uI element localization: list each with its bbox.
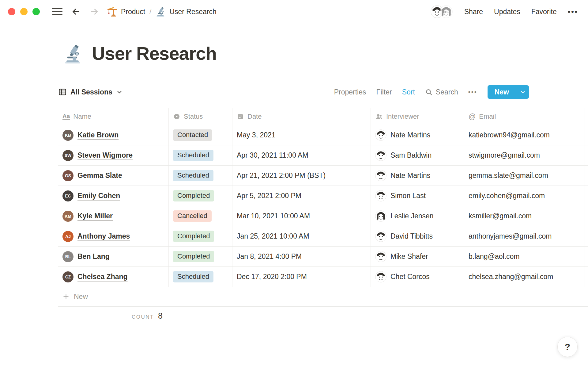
page-icon-microscope[interactable] <box>63 44 83 64</box>
back-button[interactable] <box>71 7 81 17</box>
email-cell[interactable]: anthonyjames@gmail.com <box>464 226 585 246</box>
status-badge[interactable]: Completed <box>173 251 214 262</box>
interviewer-cell[interactable]: Nate Martins <box>371 125 464 145</box>
interviewer-name: Nate Martins <box>390 131 430 139</box>
status-cell[interactable]: Scheduled <box>169 166 232 186</box>
new-row-button[interactable]: New <box>58 287 588 307</box>
status-badge[interactable]: Cancelled <box>173 210 212 222</box>
interviewer-cell[interactable]: Chet Corcos <box>371 267 464 287</box>
date-cell[interactable]: Jan 8, 2021 4:00 PM <box>232 247 371 266</box>
filter-button[interactable]: Filter <box>376 88 392 96</box>
table-footer-count[interactable]: COUNT 8 <box>58 311 169 321</box>
date-cell[interactable]: Dec 17, 2020 2:00 PM <box>232 267 371 287</box>
status-cell[interactable]: Scheduled <box>169 145 232 165</box>
status-cell[interactable]: Scheduled <box>169 267 232 287</box>
date-cell[interactable]: Apr 30, 2021 11:00 AM <box>232 145 371 165</box>
interviewer-cell[interactable]: Sam Baldwin <box>371 145 464 165</box>
interviewer-avatar <box>375 210 386 222</box>
email-cell[interactable]: emily.cohen@gmail.com <box>464 186 585 206</box>
column-header-interviewer[interactable]: Interviewer <box>371 108 464 125</box>
new-entry-dropdown-button[interactable] <box>516 85 529 99</box>
email-link[interactable]: emily.cohen@gmail.com <box>469 192 545 200</box>
new-entry-button[interactable]: New <box>488 85 516 99</box>
sort-button[interactable]: Sort <box>402 88 415 96</box>
column-header-status[interactable]: Status <box>169 108 232 125</box>
email-cell[interactable]: chelsea.zhang@gmail.com <box>464 267 585 287</box>
forward-button[interactable] <box>89 7 99 17</box>
name-cell[interactable]: BL Ben Lang <box>58 247 169 266</box>
email-cell[interactable]: stwigmore@gmail.com <box>464 145 585 165</box>
email-link[interactable]: anthonyjames@gmail.com <box>469 232 552 240</box>
breadcrumb-item-product[interactable]: Product <box>107 6 145 17</box>
name-cell[interactable]: KM Kyle Miller <box>58 206 169 226</box>
email-cell[interactable]: katiebrown94@gmail.com <box>464 125 585 145</box>
minimize-window-button[interactable] <box>20 8 28 15</box>
properties-button[interactable]: Properties <box>334 88 366 96</box>
status-badge[interactable]: Scheduled <box>173 271 213 282</box>
person-name-link[interactable]: Katie Brown <box>77 131 119 139</box>
interviewer-cell[interactable]: Simon Last <box>371 186 464 206</box>
person-name-link[interactable]: Gemma Slate <box>77 171 122 180</box>
email-cell[interactable]: b.lang@aol.com <box>464 247 585 266</box>
status-cell[interactable]: Completed <box>169 186 232 206</box>
column-header-date[interactable]: Date <box>232 108 371 125</box>
interviewer-cell[interactable]: David Tibbitts <box>371 226 464 246</box>
email-link[interactable]: gemma.slate@gmail.com <box>469 171 548 180</box>
date-cell[interactable]: May 3, 2021 <box>232 125 371 145</box>
interviewer-cell[interactable]: Leslie Jensen <box>371 206 464 226</box>
status-badge[interactable]: Scheduled <box>173 170 213 181</box>
close-window-button[interactable] <box>8 8 15 15</box>
email-cell[interactable]: ksmiller@gmail.com <box>464 206 585 226</box>
column-header-email[interactable]: @ Email <box>464 108 585 125</box>
email-link[interactable]: katiebrown94@gmail.com <box>469 131 550 139</box>
status-cell[interactable]: Contacted <box>169 125 232 145</box>
status-cell[interactable]: Cancelled <box>169 206 232 226</box>
email-link[interactable]: b.lang@aol.com <box>469 252 520 261</box>
favorite-button[interactable]: Favorite <box>531 8 557 16</box>
interviewer-cell[interactable]: Mike Shafer <box>371 247 464 266</box>
sidebar-menu-icon[interactable] <box>52 8 62 15</box>
name-cell[interactable]: AJ Anthony James <box>58 226 169 246</box>
date-cell[interactable]: Apr 21, 2021 2:00 PM (BST) <box>232 166 371 186</box>
date-cell[interactable]: Jan 25, 2021 10:00 AM <box>232 226 371 246</box>
email-cell[interactable]: gemma.slate@gmail.com <box>464 166 585 186</box>
date-cell[interactable]: Mar 10, 2021 10:00 AM <box>232 206 371 226</box>
name-cell[interactable]: SW Steven Wigmore <box>58 145 169 165</box>
date-cell[interactable]: Apr 5, 2021 2:00 PM <box>232 186 371 206</box>
zoom-window-button[interactable] <box>32 8 40 15</box>
status-cell[interactable]: Completed <box>169 226 232 246</box>
avatar: EC <box>62 190 74 201</box>
name-cell[interactable]: CZ Chelsea Zhang <box>58 267 169 287</box>
email-link[interactable]: ksmiller@gmail.com <box>469 212 532 220</box>
person-name-link[interactable]: Anthony James <box>77 232 130 240</box>
email-link[interactable]: stwigmore@gmail.com <box>469 151 540 159</box>
avatar: GS <box>62 170 74 181</box>
row-filler <box>585 145 588 165</box>
column-header-name[interactable]: Aa Name <box>58 108 169 125</box>
status-cell[interactable]: Completed <box>169 247 232 266</box>
status-badge[interactable]: Completed <box>173 190 214 201</box>
updates-button[interactable]: Updates <box>494 8 520 16</box>
person-name-link[interactable]: Ben Lang <box>77 252 110 261</box>
breadcrumb-item-user-research[interactable]: User Research <box>156 6 216 17</box>
help-button[interactable]: ? <box>557 337 578 357</box>
person-name-link[interactable]: Steven Wigmore <box>77 151 133 159</box>
page-title[interactable]: User Research <box>92 43 217 64</box>
email-link[interactable]: chelsea.zhang@gmail.com <box>469 273 553 281</box>
name-cell[interactable]: KB Katie Brown <box>58 125 169 145</box>
interviewer-cell[interactable]: Nate Martins <box>371 166 464 186</box>
person-name-link[interactable]: Chelsea Zhang <box>77 273 128 281</box>
name-cell[interactable]: GS Gemma Slate <box>58 166 169 186</box>
name-cell[interactable]: EC Emily Cohen <box>58 186 169 206</box>
person-name-link[interactable]: Emily Cohen <box>77 192 120 200</box>
status-badge[interactable]: Contacted <box>173 129 212 141</box>
search-button[interactable]: Search <box>425 88 458 96</box>
more-options-icon[interactable]: ••• <box>568 7 578 16</box>
status-badge[interactable]: Completed <box>173 231 214 242</box>
count-value: 8 <box>158 311 163 321</box>
share-button[interactable]: Share <box>464 8 483 16</box>
view-options-icon[interactable]: ••• <box>468 89 477 96</box>
view-switcher[interactable]: All Sessions <box>58 88 123 96</box>
person-name-link[interactable]: Kyle Miller <box>77 212 113 220</box>
status-badge[interactable]: Scheduled <box>173 150 213 161</box>
